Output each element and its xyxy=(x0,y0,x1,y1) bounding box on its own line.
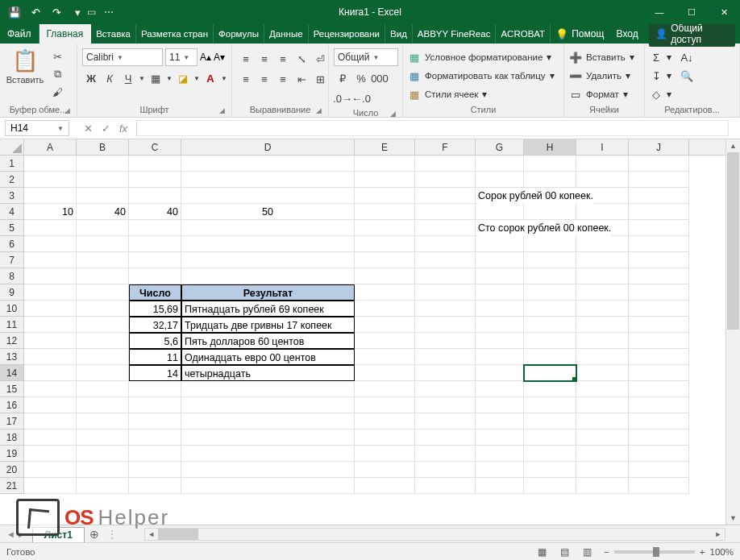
cell[interactable] xyxy=(77,429,129,446)
cell[interactable] xyxy=(576,446,629,462)
cell[interactable] xyxy=(629,478,689,494)
cell[interactable] xyxy=(129,172,181,188)
cell[interactable] xyxy=(355,188,415,204)
zoom-slider[interactable] xyxy=(614,550,695,554)
cell[interactable] xyxy=(476,397,524,413)
cell[interactable] xyxy=(77,349,129,365)
cell[interactable] xyxy=(77,301,129,317)
cell[interactable] xyxy=(355,365,415,381)
cell[interactable] xyxy=(629,236,689,252)
cell[interactable] xyxy=(524,268,576,284)
enter-formula-button[interactable]: ✓ xyxy=(98,122,114,135)
row-header[interactable]: 15 xyxy=(0,381,24,397)
align-bottom-button[interactable]: ≡ xyxy=(274,51,292,67)
row-header[interactable]: 10 xyxy=(0,301,24,317)
row-header[interactable]: 9 xyxy=(0,284,24,301)
delete-cells-button[interactable]: ➖Удалить ▾ xyxy=(569,67,634,85)
underline-dd[interactable]: ▼ xyxy=(138,70,146,86)
cell[interactable] xyxy=(355,284,415,301)
row-header[interactable]: 2 xyxy=(0,172,24,188)
increase-decimal-button[interactable]: .0→ xyxy=(334,90,351,106)
cell[interactable] xyxy=(629,317,689,333)
cell[interactable] xyxy=(524,156,576,172)
cell[interactable] xyxy=(77,397,129,413)
row-header[interactable]: 7 xyxy=(0,252,24,268)
font-name-combo[interactable]: Calibri▼ xyxy=(82,48,163,66)
cell[interactable] xyxy=(576,365,629,381)
cell[interactable]: Результат xyxy=(181,284,355,301)
cell[interactable] xyxy=(629,268,689,284)
format-cells-button[interactable]: ▭Формат ▾ xyxy=(569,85,634,103)
cell[interactable] xyxy=(181,236,355,252)
font-color-dd[interactable]: ▼ xyxy=(220,70,228,86)
cancel-formula-button[interactable]: ✕ xyxy=(80,122,96,135)
zoom-in-button[interactable]: + xyxy=(700,547,705,557)
cell[interactable] xyxy=(524,446,576,462)
cell[interactable] xyxy=(355,349,415,365)
view-page-break-button[interactable]: ▥ xyxy=(578,545,596,559)
cell[interactable] xyxy=(524,462,576,478)
cell[interactable]: четырнадцать xyxy=(181,365,355,381)
row-header[interactable]: 11 xyxy=(0,317,24,333)
cell[interactable] xyxy=(181,172,355,188)
cell[interactable] xyxy=(415,381,476,397)
cell[interactable] xyxy=(629,252,689,268)
cell[interactable] xyxy=(181,413,355,429)
row-header[interactable]: 8 xyxy=(0,268,24,284)
scroll-down-icon[interactable]: ▼ xyxy=(730,512,737,525)
cell[interactable] xyxy=(629,397,689,413)
cell[interactable] xyxy=(629,284,689,301)
cell[interactable]: Число xyxy=(129,284,181,301)
cell[interactable] xyxy=(415,188,476,204)
cell[interactable] xyxy=(181,156,355,172)
cell[interactable] xyxy=(415,478,476,494)
cell[interactable] xyxy=(629,188,689,204)
cell[interactable] xyxy=(77,381,129,397)
minimize-button[interactable]: — xyxy=(643,0,676,24)
col-header[interactable]: D xyxy=(181,139,355,155)
cell[interactable] xyxy=(181,429,355,446)
font-size-combo[interactable]: 11▼ xyxy=(165,48,197,66)
align-left-button[interactable]: ≡ xyxy=(237,71,255,87)
zoom-level[interactable]: 100% xyxy=(710,547,734,557)
cell[interactable] xyxy=(129,268,181,284)
cell[interactable] xyxy=(24,478,77,494)
cell[interactable] xyxy=(355,172,415,188)
cell[interactable] xyxy=(524,365,576,381)
align-top-button[interactable]: ≡ xyxy=(237,51,255,67)
cell[interactable] xyxy=(476,156,524,172)
cell[interactable] xyxy=(476,478,524,494)
cell[interactable] xyxy=(576,462,629,478)
cell[interactable] xyxy=(476,317,524,333)
cell[interactable] xyxy=(576,156,629,172)
cell[interactable] xyxy=(24,252,77,268)
cell[interactable] xyxy=(415,220,476,236)
cell[interactable] xyxy=(415,172,476,188)
align-middle-button[interactable]: ≡ xyxy=(256,51,273,67)
cell[interactable] xyxy=(415,365,476,381)
tell-me-icon[interactable]: 💡 xyxy=(555,28,568,40)
cut-button[interactable]: ✂ xyxy=(48,48,66,64)
cell[interactable] xyxy=(355,156,415,172)
cell[interactable] xyxy=(415,284,476,301)
cell[interactable] xyxy=(576,236,629,252)
cell[interactable] xyxy=(415,236,476,252)
col-header[interactable]: A xyxy=(24,139,77,155)
decrease-decimal-button[interactable]: ←.0 xyxy=(352,90,370,106)
cell[interactable]: 40 xyxy=(77,204,129,220)
cell[interactable] xyxy=(24,172,77,188)
cell[interactable] xyxy=(77,172,129,188)
cell[interactable] xyxy=(629,156,689,172)
cell[interactable] xyxy=(24,284,77,301)
cell[interactable] xyxy=(181,188,355,204)
cell[interactable]: Сто сорок рублей 00 копеек. xyxy=(476,220,524,236)
autosum-button[interactable]: Σ▾ A↓ xyxy=(650,48,693,66)
underline-button[interactable]: Ч xyxy=(119,70,137,86)
cell[interactable] xyxy=(24,397,77,413)
tab-home[interactable]: Главная xyxy=(39,24,92,44)
cell[interactable] xyxy=(24,188,77,204)
cell[interactable] xyxy=(77,413,129,429)
cell[interactable] xyxy=(415,446,476,462)
cell[interactable] xyxy=(524,317,576,333)
cell[interactable] xyxy=(355,478,415,494)
